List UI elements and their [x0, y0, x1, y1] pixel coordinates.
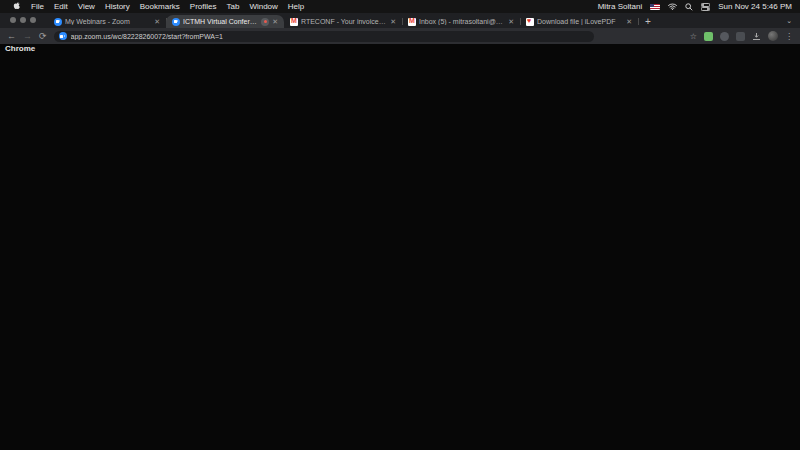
- extension-icon[interactable]: [704, 32, 713, 41]
- zoom-favicon: [54, 18, 62, 26]
- tab-ilovepdf[interactable]: Download file | iLovePDF ✕: [520, 15, 638, 28]
- menu-edit[interactable]: Edit: [49, 2, 73, 11]
- browser-toolbar: ← → ⟳ app.zoom.us/wc/82228260072/start?f…: [0, 28, 800, 44]
- close-window-button[interactable]: [10, 17, 16, 23]
- control-center-icon[interactable]: [701, 3, 710, 11]
- spotlight-search-icon[interactable]: [685, 3, 693, 11]
- menu-help[interactable]: Help: [283, 2, 309, 11]
- zoom-window-button[interactable]: [30, 17, 36, 23]
- menu-file[interactable]: File: [26, 2, 49, 11]
- extension-icon[interactable]: [736, 32, 745, 41]
- input-language-flag-icon[interactable]: [650, 4, 660, 10]
- gmail-favicon: [408, 18, 416, 26]
- reload-button[interactable]: ⟳: [39, 32, 47, 41]
- address-bar[interactable]: app.zoom.us/wc/82228260072/start?fromPWA…: [54, 31, 594, 42]
- apple-menu-icon[interactable]: [8, 1, 26, 12]
- menu-history[interactable]: History: [100, 2, 135, 11]
- tab-ictmh-conference[interactable]: ICTMH Virtual Conference ✕: [166, 15, 284, 28]
- close-tab-icon[interactable]: ✕: [390, 18, 396, 26]
- chrome-menu-icon[interactable]: ⋮: [785, 32, 793, 41]
- tab-rteconf-invoice[interactable]: RTECONF - Your invoice has ✕: [284, 15, 402, 28]
- bookmark-star-icon[interactable]: ☆: [690, 32, 697, 41]
- menu-bookmarks[interactable]: Bookmarks: [135, 2, 185, 11]
- tab-search-chevron-icon[interactable]: ⌄: [786, 17, 800, 28]
- menubar-username[interactable]: Mitra Soltani: [598, 2, 642, 11]
- ilovepdf-favicon: [526, 18, 534, 26]
- tab-my-webinars[interactable]: My Webinars - Zoom ✕: [48, 15, 166, 28]
- window-controls[interactable]: [0, 17, 48, 28]
- extension-icon[interactable]: [720, 32, 729, 41]
- tab-inbox[interactable]: Inbox (5) - mitrasoltani@gm ✕: [402, 15, 520, 28]
- new-tab-button[interactable]: +: [638, 15, 658, 28]
- menu-tab[interactable]: Tab: [221, 2, 244, 11]
- url-text: app.zoom.us/wc/82228260072/start?fromPWA…: [71, 33, 223, 40]
- downloads-icon[interactable]: [752, 32, 761, 41]
- macos-menubar: Chrome File Edit View History Bookmarks …: [0, 0, 800, 13]
- close-tab-icon[interactable]: ✕: [626, 18, 632, 26]
- gmail-favicon: [290, 18, 298, 26]
- close-tab-icon[interactable]: ✕: [508, 18, 514, 26]
- close-tab-icon[interactable]: ✕: [272, 18, 278, 26]
- wifi-icon[interactable]: [668, 3, 677, 10]
- menubar-clock[interactable]: Sun Nov 24 5:46 PM: [718, 2, 792, 11]
- forward-button[interactable]: →: [23, 32, 32, 41]
- menu-window[interactable]: Window: [244, 2, 282, 11]
- menu-chrome[interactable]: Chrome: [0, 44, 800, 450]
- tab-recording-indicator-icon: [261, 18, 269, 26]
- profile-avatar[interactable]: [768, 31, 778, 41]
- menu-view[interactable]: View: [73, 2, 100, 11]
- browser-tabstrip: My Webinars - Zoom ✕ ICTMH Virtual Confe…: [0, 13, 800, 28]
- site-icon: [59, 32, 67, 40]
- minimize-window-button[interactable]: [20, 17, 26, 23]
- menu-profiles[interactable]: Profiles: [185, 2, 222, 11]
- back-button[interactable]: ←: [7, 32, 16, 41]
- zoom-favicon: [172, 18, 180, 26]
- close-tab-icon[interactable]: ✕: [154, 18, 160, 26]
